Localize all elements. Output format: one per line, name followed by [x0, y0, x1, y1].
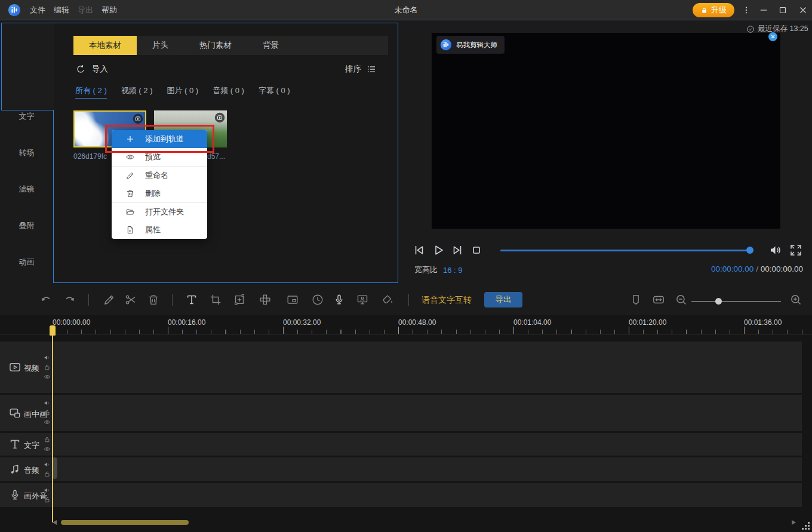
zoom-slider[interactable] [691, 301, 781, 302]
record-voiceover-button[interactable] [333, 293, 346, 306]
volume-icon[interactable] [44, 399, 51, 407]
voiceover-track-icon [8, 488, 21, 502]
export-button[interactable]: 导出 [484, 292, 522, 307]
track-voiceover[interactable]: 画外音 [0, 483, 802, 507]
filter-images[interactable]: 图片 ( 0 ) [167, 85, 198, 99]
stop-button[interactable] [469, 243, 484, 257]
maximize-button[interactable] [775, 3, 791, 17]
scroll-left-arrow[interactable] [53, 520, 57, 525]
crop-button[interactable] [209, 293, 222, 306]
close-button[interactable] [795, 3, 811, 17]
minimize-button[interactable] [756, 3, 771, 17]
context-menu-open-folder[interactable]: 打开文件夹 [112, 203, 207, 221]
tab-intros[interactable]: 片头 [137, 36, 184, 55]
playhead-handle[interactable] [50, 325, 56, 336]
pip-button[interactable] [286, 293, 299, 306]
pencil-icon [125, 171, 135, 180]
materials-filter-row: 所有 ( 2 ) 视频 ( 2 ) 图片 ( 0 ) 音频 ( 0 ) 字幕 (… [75, 85, 290, 99]
context-menu-rename[interactable]: 重命名 [112, 167, 207, 184]
eye-icon[interactable] [44, 445, 51, 453]
zoom-frame-button[interactable] [233, 293, 246, 306]
volume-icon[interactable] [44, 487, 51, 494]
scroll-right-arrow[interactable] [792, 520, 796, 525]
undo-button[interactable] [39, 293, 53, 306]
fullscreen-button[interactable] [789, 243, 803, 257]
upgrade-button[interactable]: 升级 [693, 3, 734, 17]
text-track-icon [8, 438, 21, 451]
document-icon [125, 225, 135, 235]
ruler-label: 00:01:20.00 [629, 318, 666, 327]
redo-button[interactable] [63, 293, 76, 306]
import-button[interactable]: 导入 [75, 64, 108, 75]
context-menu-delete[interactable]: 删除 [112, 184, 207, 202]
play-button[interactable] [431, 243, 445, 257]
lock-icon[interactable] [44, 436, 51, 443]
resize-grip[interactable] [801, 521, 811, 531]
ruler-label: 00:00:00.00 [53, 318, 90, 327]
sidebar-item-animation[interactable]: 动画 [0, 257, 53, 267]
filter-videos[interactable]: 视频 ( 2 ) [121, 85, 153, 99]
seek-bar[interactable] [500, 250, 753, 251]
delete-button[interactable] [147, 293, 160, 306]
track-controls [44, 436, 51, 453]
more-menu-button[interactable] [739, 3, 754, 17]
lock-icon[interactable] [44, 409, 51, 416]
edit-button[interactable] [103, 293, 116, 306]
volume-icon[interactable] [44, 354, 51, 361]
context-menu-label: 属性 [145, 225, 161, 235]
lock-icon[interactable] [44, 364, 51, 371]
ruler-label: 00:01:36.00 [744, 318, 782, 327]
eye-icon[interactable] [44, 373, 51, 380]
seek-handle[interactable] [746, 247, 753, 254]
toolbar-separator [88, 294, 89, 306]
track-audio[interactable]: 音频 [0, 457, 802, 481]
context-menu-label: 删除 [145, 188, 161, 199]
tab-backgrounds[interactable]: 背景 [247, 36, 294, 55]
split-button[interactable] [124, 293, 137, 306]
marker-button[interactable] [629, 293, 642, 306]
sidebar-item-filters[interactable]: 滤镜 [0, 184, 53, 195]
toolbar-separator [408, 294, 409, 306]
timeline-section: 00:00:00.00 00:00:16.00 00:00:32.00 00:0… [0, 315, 812, 532]
previous-frame-button[interactable] [412, 243, 426, 257]
filter-audio[interactable]: 音频 ( 0 ) [213, 85, 244, 99]
sort-button[interactable]: 排序 [345, 64, 377, 75]
tab-popular-materials[interactable]: 热门素材 [184, 36, 247, 55]
lock-icon[interactable] [44, 471, 51, 478]
zoom-in-button[interactable] [789, 293, 802, 306]
filter-subtitles[interactable]: 字幕 ( 0 ) [259, 85, 290, 99]
duration-button[interactable] [311, 293, 324, 306]
context-menu-properties[interactable]: 属性 [112, 221, 207, 239]
track-pip[interactable]: 画中画 [0, 395, 802, 431]
lock-icon[interactable] [44, 496, 51, 503]
video-track-icon [8, 361, 21, 374]
horizontal-scrollbar-thumb[interactable] [61, 520, 189, 525]
aspect-ratio-value[interactable]: 16 : 9 [443, 266, 463, 275]
speech-text-convert-button[interactable]: 语音文字互转 [422, 295, 472, 306]
ruler-label: 00:01:04.00 [513, 318, 551, 327]
zoom-out-button[interactable] [675, 293, 688, 306]
track-text[interactable]: 文字 [0, 433, 802, 456]
sidebar-item-transitions[interactable]: 转场 [0, 147, 53, 158]
material-name-2: d57... [207, 152, 229, 161]
mosaic-button[interactable] [259, 293, 272, 306]
text-tool-button[interactable] [185, 293, 198, 306]
zoom-slider-handle[interactable] [715, 298, 722, 305]
sidebar-item-text[interactable]: 文字 [0, 111, 53, 122]
check-circle-icon [746, 25, 755, 33]
eye-icon[interactable] [44, 419, 51, 426]
timeline-ruler[interactable]: 00:00:00.00 00:00:16.00 00:00:32.00 00:0… [0, 315, 812, 334]
freeze-frame-button[interactable] [356, 293, 369, 306]
material-name-1: 026d179fc [73, 152, 111, 161]
current-time: 00:00:00.00 [711, 265, 753, 273]
track-video[interactable]: 视频 [0, 342, 802, 393]
volume-button[interactable] [768, 243, 783, 257]
fit-timeline-button[interactable] [652, 293, 665, 306]
sidebar-item-overlays[interactable]: 叠附 [0, 220, 53, 231]
filter-all[interactable]: 所有 ( 2 ) [75, 85, 107, 99]
watermark-close-icon[interactable]: ✕ [768, 32, 777, 41]
color-fill-button[interactable] [381, 293, 394, 306]
tab-local-materials[interactable]: 本地素材 [73, 36, 137, 55]
next-frame-button[interactable] [450, 243, 465, 257]
volume-icon[interactable] [44, 461, 51, 468]
